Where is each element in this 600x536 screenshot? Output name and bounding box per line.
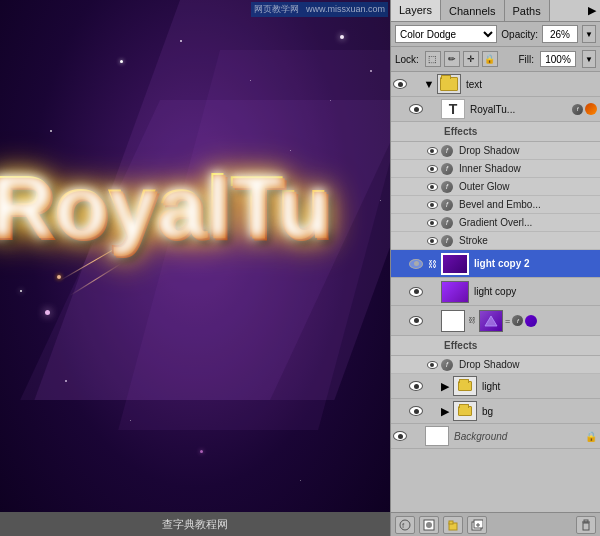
lock-transparency-btn[interactable]: ⬚	[425, 51, 441, 67]
layer-visibility-background[interactable]	[391, 428, 409, 444]
fill-input[interactable]	[540, 51, 576, 67]
effect-row-gradient[interactable]: f Gradient Overl...	[391, 214, 600, 232]
fx-icon-drop-shadow: f	[441, 145, 453, 157]
add-mask-icon	[423, 519, 435, 531]
delete-icon	[580, 519, 592, 531]
blend-opacity-row: Color Dodge Opacity: ▼	[391, 22, 600, 47]
layer-name-bg: bg	[479, 404, 600, 419]
tab-channels[interactable]: Channels	[441, 0, 504, 21]
layer-name-light-copy-2: light copy 2	[471, 256, 600, 271]
effect-row-drop-shadow-shape[interactable]: f Drop Shadow	[391, 356, 600, 374]
lock-icons-group: ⬚ ✏ ✛ 🔒	[425, 51, 513, 67]
layer-shape-icons: = f	[505, 315, 540, 327]
new-style-button[interactable]: f	[395, 516, 415, 534]
thumb-shape-white	[441, 310, 465, 332]
lock-image-btn[interactable]: ✏	[444, 51, 460, 67]
blend-mode-select[interactable]: Color Dodge	[395, 25, 497, 43]
effect-name-outer-glow: Outer Glow	[456, 180, 513, 193]
layer-visibility-bg[interactable]	[407, 403, 425, 419]
delete-layer-button[interactable]	[576, 516, 596, 534]
layer-visibility-light-copy[interactable]	[407, 284, 425, 300]
chain-light-copy-2: ⛓	[425, 259, 439, 269]
layer-icons-royaltu: f	[572, 103, 600, 115]
effect-visibility-drop-shadow[interactable]	[423, 144, 441, 158]
effect-row-stroke[interactable]: f Stroke	[391, 232, 600, 250]
opacity-arrow[interactable]: ▼	[582, 25, 596, 43]
layer-visibility-light[interactable]	[407, 378, 425, 394]
expand-bg[interactable]: ▶	[439, 405, 451, 418]
effect-name-gradient: Gradient Overl...	[456, 216, 535, 229]
lock-position-btn[interactable]: ✛	[463, 51, 479, 67]
layer-name-light-copy: light copy	[471, 284, 600, 299]
layer-link-icon: ⛓	[467, 316, 477, 325]
thumb-light	[453, 376, 477, 396]
new-layer-button[interactable]	[467, 516, 487, 534]
new-group-icon	[447, 519, 459, 531]
layer-row-light-copy[interactable]: light copy	[391, 278, 600, 306]
folder-icon-light	[458, 381, 472, 391]
bottom-watermark: 查字典教程网	[162, 517, 228, 532]
expand-text-group[interactable]: ▼	[423, 78, 435, 90]
equals-icon: =	[505, 316, 510, 326]
effect-row-outer-glow[interactable]: f Outer Glow	[391, 178, 600, 196]
add-mask-button[interactable]	[419, 516, 439, 534]
layer-name-background: Background	[451, 429, 585, 444]
fx-icon-inner-shadow: f	[441, 163, 453, 175]
thumb-text-group	[437, 74, 461, 94]
layer-row-shape[interactable]: ⛓ = f	[391, 306, 600, 336]
expand-light[interactable]: ▶	[439, 380, 451, 393]
effect-row-bevel[interactable]: f Bevel and Embo...	[391, 196, 600, 214]
effects-label-shape: Effects	[441, 338, 600, 353]
layer-visibility-text-group[interactable]	[391, 76, 409, 92]
fx-icon-shape: f	[512, 315, 523, 326]
folder-icon-bg	[458, 406, 472, 416]
layer-background-lock: 🔒	[585, 431, 600, 442]
panel-toolbar: f	[391, 512, 600, 536]
layer-row-background[interactable]: Background 🔒	[391, 424, 600, 449]
layer-row-royaltu[interactable]: T RoyalTu... f	[391, 97, 600, 122]
fx-icon-gradient: f	[441, 217, 453, 229]
svg-rect-11	[583, 523, 589, 530]
thumb-background	[425, 426, 449, 446]
layer-visibility-royaltu[interactable]	[407, 101, 425, 117]
effect-visibility-gradient[interactable]	[423, 216, 441, 230]
layer-name-text-group: text	[463, 77, 600, 92]
layer-row-light-copy-2[interactable]: ⛓ light copy 2	[391, 250, 600, 278]
fill-label: Fill:	[518, 54, 534, 65]
fill-arrow[interactable]: ▼	[582, 50, 596, 68]
layer-row-bg[interactable]: ▶ bg	[391, 399, 600, 424]
effect-row-drop-shadow-royaltu[interactable]: f Drop Shadow	[391, 142, 600, 160]
lock-icon-background: 🔒	[585, 431, 597, 442]
watermark-top: 网页教学网 www.missxuan.com	[251, 2, 388, 17]
tab-paths[interactable]: Paths	[505, 0, 550, 21]
svg-rect-6	[449, 521, 453, 524]
tab-layers[interactable]: Layers	[391, 0, 441, 21]
lock-label: Lock:	[395, 54, 419, 65]
layers-panel: Layers Channels Paths ▶ Color Dodge Opac…	[390, 0, 600, 536]
opacity-input[interactable]	[542, 25, 578, 43]
thumb-bg	[453, 401, 477, 421]
layer-visibility-light-copy-2[interactable]	[407, 256, 425, 272]
layer-row-light[interactable]: ▶ light	[391, 374, 600, 399]
effect-visibility-outer-glow[interactable]	[423, 180, 441, 194]
shape-color-indicator	[525, 315, 537, 327]
effect-visibility-stroke[interactable]	[423, 234, 441, 248]
effect-name-drop-shadow-shape: Drop Shadow	[456, 358, 523, 371]
svg-rect-13	[584, 520, 588, 522]
panel-expand-button[interactable]: ▶	[584, 0, 600, 21]
effect-visibility-drop-shadow-shape[interactable]	[423, 358, 441, 372]
layer-row-text-group[interactable]: ▼ text	[391, 72, 600, 97]
lock-all-btn[interactable]: 🔒	[482, 51, 498, 67]
svg-point-4	[426, 522, 432, 528]
folder-icon-text-group	[440, 77, 458, 91]
effect-visibility-inner-shadow[interactable]	[423, 162, 441, 176]
layers-list[interactable]: ▼ text T RoyalTu... f Effects	[391, 72, 600, 512]
effect-visibility-bevel[interactable]	[423, 198, 441, 212]
effect-row-inner-shadow[interactable]: f Inner Shadow	[391, 160, 600, 178]
shape-vector-icon	[483, 314, 499, 328]
new-group-button[interactable]	[443, 516, 463, 534]
canvas-area: RoyalTu 网页教学网 www.missxuan.com	[0, 0, 390, 536]
effect-name-drop-shadow-royaltu: Drop Shadow	[456, 144, 523, 157]
effect-name-bevel: Bevel and Embo...	[456, 198, 544, 211]
layer-visibility-shape[interactable]	[407, 313, 425, 329]
